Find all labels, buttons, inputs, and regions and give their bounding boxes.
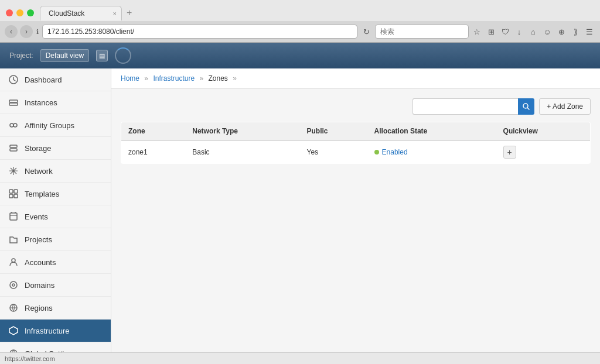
- new-tab-button[interactable]: +: [122, 5, 137, 20]
- sidebar-item-domains[interactable]: Domains: [0, 274, 111, 297]
- main-content: Home » Infrastructure » Zones »: [111, 68, 600, 364]
- active-tab[interactable]: CloudStack ×: [40, 6, 122, 20]
- add-zone-button[interactable]: + Add Zone: [539, 98, 591, 115]
- project-icon-button[interactable]: ▤: [96, 50, 108, 61]
- svg-rect-11: [10, 213, 17, 220]
- sidebar-label-events: Events: [25, 212, 48, 221]
- events-icon: [8, 211, 19, 222]
- status-text: Enabled: [382, 148, 408, 156]
- profile-icon[interactable]: ☺: [541, 26, 553, 37]
- close-window-button[interactable]: [6, 9, 13, 16]
- table-body: zone1 Basic Yes Enabled +: [121, 140, 591, 164]
- shield-icon[interactable]: 🛡: [499, 26, 511, 37]
- svg-point-4: [13, 123, 17, 127]
- sidebar: Dashboard Instances Affinity Groups Stor…: [0, 68, 111, 364]
- svg-rect-1: [9, 100, 18, 102]
- svg-rect-10: [14, 194, 18, 198]
- tab-close-icon[interactable]: ×: [113, 10, 117, 17]
- svg-rect-5: [10, 145, 17, 147]
- refresh-button[interactable]: ↻: [360, 25, 373, 38]
- accounts-icon: [8, 257, 19, 267]
- account-icon[interactable]: ⊕: [555, 26, 567, 37]
- svg-line-22: [527, 108, 529, 109]
- sidebar-item-network[interactable]: Network: [0, 160, 111, 183]
- sidebar-item-storage[interactable]: Storage: [0, 137, 111, 160]
- sidebar-label-network: Network: [25, 167, 53, 176]
- project-value: Default view: [46, 51, 84, 60]
- col-network-type: Network Type: [185, 122, 299, 141]
- sidebar-label-dashboard: Dashboard: [25, 75, 62, 84]
- status-bar: https://twitter.com: [0, 352, 600, 364]
- status-dot: [374, 150, 379, 154]
- browser-search-input[interactable]: [375, 25, 469, 39]
- app-header: Project: Default view ▤: [0, 43, 600, 68]
- forward-button[interactable]: ›: [20, 25, 33, 38]
- sidebar-item-infrastructure[interactable]: Infrastructure: [0, 320, 111, 342]
- svg-rect-2: [9, 103, 18, 105]
- sidebar-item-instances[interactable]: Instances: [0, 91, 111, 114]
- sidebar-label-instances: Instances: [25, 98, 57, 107]
- sidebar-item-dashboard[interactable]: Dashboard: [0, 68, 111, 91]
- project-select-dropdown[interactable]: Default view: [40, 49, 89, 62]
- breadcrumb-separator-2: »: [199, 74, 203, 83]
- sidebar-item-regions[interactable]: Regions: [0, 297, 111, 320]
- app-container: Dashboard Instances Affinity Groups Stor…: [0, 68, 600, 364]
- reading-list-icon[interactable]: ⊞: [485, 26, 497, 37]
- breadcrumb-current: Zones: [208, 74, 227, 83]
- dashboard-icon: [8, 74, 19, 85]
- project-label: Project:: [9, 51, 33, 60]
- sidebar-label-regions: Regions: [25, 304, 53, 313]
- col-public: Public: [299, 122, 367, 141]
- cell-allocation-state: Enabled: [367, 140, 496, 164]
- address-bar[interactable]: [42, 25, 357, 39]
- extensions-icon[interactable]: ⟫: [570, 26, 581, 37]
- sidebar-label-affinity-groups: Affinity Groups: [25, 121, 74, 130]
- loading-spinner: [115, 47, 131, 64]
- svg-point-17: [12, 284, 15, 286]
- minimize-window-button[interactable]: [16, 9, 23, 16]
- content-body: + Add Zone Zone Network Type Public Allo…: [111, 89, 600, 364]
- sidebar-item-accounts[interactable]: Accounts: [0, 251, 111, 274]
- svg-rect-7: [9, 190, 13, 193]
- home-icon[interactable]: ⌂: [527, 26, 539, 37]
- bookmark-icon[interactable]: ☆: [471, 26, 483, 37]
- storage-icon: [8, 143, 19, 153]
- menu-icon[interactable]: ☰: [584, 26, 595, 37]
- zone-search-input[interactable]: [412, 98, 518, 115]
- table-row[interactable]: zone1 Basic Yes Enabled +: [121, 140, 591, 164]
- breadcrumb-infrastructure[interactable]: Infrastructure: [153, 74, 195, 83]
- domains-icon: [8, 280, 19, 290]
- quickview-button[interactable]: +: [503, 146, 516, 159]
- instances-icon: [8, 97, 19, 108]
- col-allocation-state: Allocation State: [367, 122, 496, 141]
- svg-rect-6: [10, 149, 17, 151]
- col-quickview: Quickview: [496, 122, 591, 141]
- zone-search-button[interactable]: [518, 98, 534, 115]
- sidebar-item-affinity-groups[interactable]: Affinity Groups: [0, 114, 111, 137]
- download-icon[interactable]: ↓: [513, 26, 525, 37]
- sidebar-item-templates[interactable]: Templates: [0, 183, 111, 205]
- sidebar-label-storage: Storage: [25, 144, 52, 153]
- back-button[interactable]: ‹: [5, 25, 18, 38]
- table-header: Zone Network Type Public Allocation Stat…: [121, 122, 591, 141]
- titlebar: CloudStack × +: [0, 0, 600, 21]
- breadcrumb: Home » Infrastructure » Zones »: [111, 68, 600, 89]
- infrastructure-icon: [8, 325, 19, 336]
- search-icon: [523, 103, 530, 110]
- maximize-window-button[interactable]: [27, 9, 34, 16]
- sidebar-item-events[interactable]: Events: [0, 205, 111, 228]
- sidebar-item-projects[interactable]: Projects: [0, 228, 111, 251]
- breadcrumb-separator-3: »: [233, 74, 237, 83]
- secure-icon: ℹ: [36, 28, 39, 36]
- sidebar-label-infrastructure: Infrastructure: [25, 327, 70, 335]
- cell-network-type: Basic: [185, 140, 299, 164]
- projects-icon: [8, 234, 19, 245]
- breadcrumb-home[interactable]: Home: [121, 74, 139, 83]
- zones-table: Zone Network Type Public Allocation Stat…: [121, 122, 591, 164]
- sidebar-label-templates: Templates: [25, 190, 59, 198]
- templates-icon: [8, 188, 19, 199]
- sidebar-label-domains: Domains: [25, 281, 54, 290]
- breadcrumb-separator-1: »: [144, 74, 148, 83]
- tab-bar: CloudStack × +: [40, 5, 594, 20]
- browser-nav-bar: ‹ › ℹ ↻ ☆ ⊞ 🛡 ↓ ⌂ ☺ ⊕ ⟫ ☰: [0, 21, 600, 42]
